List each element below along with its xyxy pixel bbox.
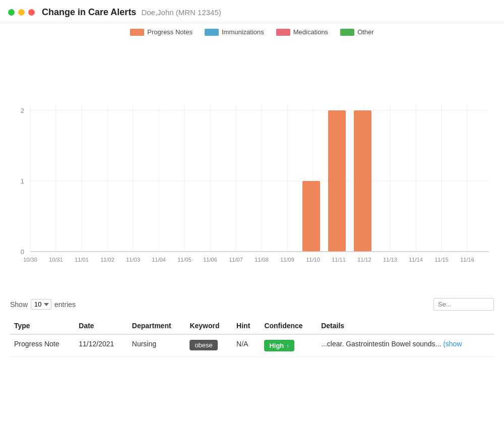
yellow-dot[interactable] — [18, 9, 25, 16]
confidence-label: High — [269, 342, 284, 349]
confidence-icon: ↑ — [286, 343, 289, 349]
svg-text:10/30: 10/30 — [23, 257, 37, 263]
svg-text:2: 2 — [21, 107, 24, 114]
entries-label: entries — [54, 300, 76, 309]
cell-confidence: High ↑ — [260, 334, 317, 357]
data-table-container: Type Date Department Keyword Hint Confid… — [0, 317, 504, 357]
keyword-badge: obese — [190, 340, 217, 350]
svg-text:11/07: 11/07 — [229, 257, 243, 263]
svg-text:11/16: 11/16 — [460, 257, 474, 263]
bar-chart: 0 1 2 — [10, 40, 494, 292]
svg-text:11/05: 11/05 — [177, 257, 192, 263]
svg-text:11/01: 11/01 — [75, 257, 89, 263]
cell-department: Nursing — [128, 334, 186, 357]
svg-text:11/12: 11/12 — [357, 257, 371, 263]
svg-text:11/06: 11/06 — [203, 257, 217, 263]
col-department: Department — [128, 317, 186, 334]
col-type: Type — [10, 317, 75, 334]
chart-svg: 0 1 2 — [10, 40, 494, 292]
page-title: Change in Care Alerts — [42, 7, 136, 18]
show-entries-control: Show 10 25 50 entries — [10, 299, 76, 310]
legend-item-medications: Medications — [276, 28, 328, 36]
legend-color-other — [340, 29, 354, 36]
col-details: Details — [317, 317, 494, 334]
legend-label-immunizations: Immunizations — [222, 28, 264, 36]
col-hint: Hint — [232, 317, 260, 334]
svg-text:10/31: 10/31 — [49, 257, 63, 263]
traffic-lights — [8, 9, 35, 16]
legend-item-immunizations: Immunizations — [205, 28, 264, 36]
table-row: Progress Note 11/12/2021 Nursing obese N… — [10, 334, 494, 357]
legend-label-other: Other — [357, 28, 374, 36]
details-show-link[interactable]: (show — [443, 340, 462, 348]
cell-date: 11/12/2021 — [75, 334, 128, 357]
cell-details: ...clear. Gastrointestin Bowel sounds...… — [317, 334, 494, 357]
cell-hint: N/A — [232, 334, 260, 357]
bar-11-12 — [354, 110, 371, 252]
legend-label-medications: Medications — [293, 28, 328, 36]
title-bar: Change in Care Alerts Doe,John (MRN 1234… — [0, 0, 504, 23]
green-dot[interactable] — [8, 9, 15, 16]
search-input[interactable] — [433, 298, 494, 311]
cell-keyword: obese — [185, 334, 232, 357]
controls-row: Show 10 25 50 entries — [0, 292, 504, 317]
chart-container: Progress Notes Immunizations Medications… — [0, 23, 504, 292]
svg-text:11/04: 11/04 — [152, 257, 166, 263]
red-dot[interactable] — [28, 9, 35, 16]
entries-select[interactable]: 10 25 50 — [31, 299, 51, 310]
svg-text:0: 0 — [21, 248, 24, 256]
svg-text:11/03: 11/03 — [126, 257, 140, 263]
svg-text:11/11: 11/11 — [332, 257, 346, 263]
legend-color-progress-notes — [130, 29, 144, 36]
details-text: ...clear. Gastrointestin Bowel sounds... — [321, 340, 441, 348]
svg-text:11/14: 11/14 — [409, 257, 423, 263]
show-label: Show — [10, 300, 28, 309]
svg-text:11/08: 11/08 — [255, 257, 269, 263]
bar-11-10 — [302, 181, 320, 252]
svg-text:11/09: 11/09 — [280, 257, 294, 263]
chart-legend: Progress Notes Immunizations Medications… — [10, 28, 494, 36]
legend-color-immunizations — [205, 29, 219, 36]
col-confidence: Confidence — [260, 317, 317, 334]
svg-text:1: 1 — [21, 177, 24, 185]
svg-text:11/10: 11/10 — [306, 257, 320, 263]
legend-label-progress-notes: Progress Notes — [147, 28, 193, 36]
col-date: Date — [75, 317, 128, 334]
search-container — [433, 298, 494, 311]
patient-info: Doe,John (MRN 12345) — [141, 8, 221, 17]
svg-text:11/13: 11/13 — [383, 257, 397, 263]
cell-type: Progress Note — [10, 334, 75, 357]
svg-text:11/15: 11/15 — [434, 257, 449, 263]
svg-text:11/02: 11/02 — [100, 257, 114, 263]
legend-color-medications — [276, 29, 290, 36]
legend-item-other: Other — [340, 28, 374, 36]
table-header-row: Type Date Department Keyword Hint Confid… — [10, 317, 494, 334]
col-keyword: Keyword — [185, 317, 232, 334]
bar-11-11 — [328, 110, 346, 252]
confidence-badge: High ↑ — [264, 340, 294, 351]
legend-item-progress-notes: Progress Notes — [130, 28, 193, 36]
alerts-table: Type Date Department Keyword Hint Confid… — [10, 317, 494, 357]
